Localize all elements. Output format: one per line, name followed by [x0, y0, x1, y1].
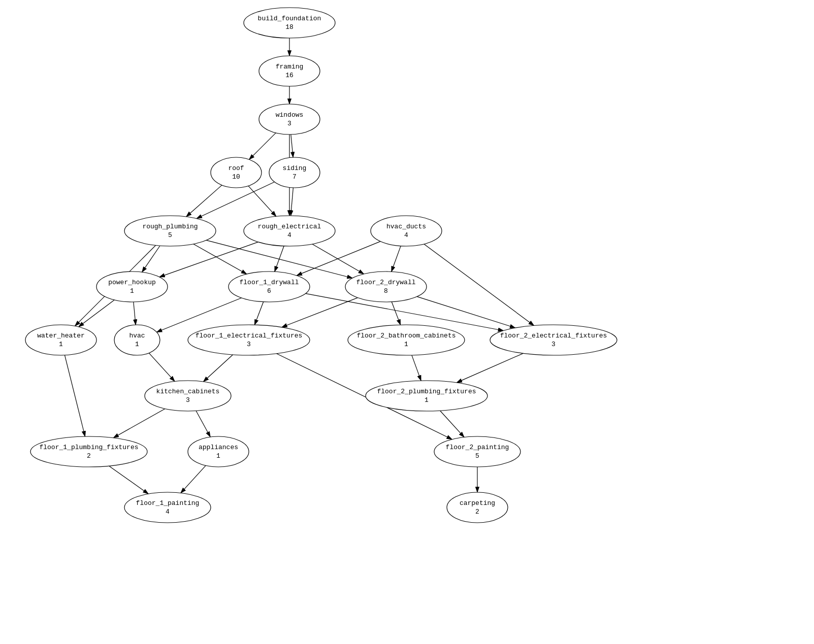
node-label-appliances: appliances [199, 444, 238, 451]
node-sublabel-floor_2_bathroom_cabinets: 1 [404, 341, 408, 348]
node-rough_plumbing: rough_plumbing5 [124, 216, 216, 246]
node-sublabel-hvac_ducts: 4 [404, 231, 408, 239]
svg-point-13 [114, 325, 160, 355]
edge-floor_2_bathroom_cabinets-floor_2_plumbing_fixtures [412, 355, 421, 381]
edge-windows-siding [291, 134, 293, 157]
node-carpeting: carpeting2 [447, 492, 508, 523]
svg-point-23 [447, 492, 508, 523]
node-kitchen_cabinets: kitchen_cabinets3 [145, 381, 231, 411]
edge-floor_2_drywall-floor_2_electrical_fixtures [417, 296, 515, 328]
node-label-hvac: hvac [129, 332, 145, 340]
node-sublabel-roof: 10 [232, 173, 240, 181]
svg-point-16 [490, 325, 617, 355]
node-floor_1_drywall: floor_1_drywall6 [229, 272, 310, 302]
edge-floor_2_plumbing_fixtures-floor_2_painting [440, 411, 464, 437]
svg-point-19 [30, 436, 147, 467]
edge-floor_1_plumbing_fixtures-floor_1_painting [109, 466, 148, 494]
svg-point-4 [211, 157, 262, 188]
edge-appliances-floor_1_painting [181, 465, 206, 493]
svg-point-9 [96, 272, 168, 302]
edge-floor_2_drywall-floor_2_bathroom_cabinets [392, 302, 400, 325]
node-sublabel-rough_plumbing: 5 [168, 231, 172, 239]
node-label-floor_1_drywall: floor_1_drywall [239, 279, 299, 286]
node-sublabel-floor_1_plumbing_fixtures: 2 [87, 452, 91, 460]
node-framing: framing16 [259, 56, 320, 86]
edge-floor_2_drywall-floor_1_electrical_fixtures [282, 298, 358, 327]
edge-windows-roof [249, 133, 276, 159]
edge-rough_electrical-floor_1_drywall [275, 246, 284, 272]
node-label-floor_2_painting: floor_2_painting [446, 444, 509, 451]
node-label-siding: siding [283, 164, 307, 172]
node-label-rough_electrical: rough_electrical [258, 223, 321, 230]
node-floor_1_electrical_fixtures: floor_1_electrical_fixtures3 [188, 325, 310, 355]
edge-roof-rough_plumbing [186, 185, 222, 217]
svg-point-22 [124, 492, 211, 523]
edge-floor_1_drywall-floor_1_electrical_fixtures [254, 302, 263, 325]
node-floor_2_painting: floor_2_painting5 [434, 436, 520, 467]
svg-point-12 [25, 325, 96, 355]
edge-rough_electrical-power_hookup [159, 242, 258, 277]
svg-point-7 [244, 216, 335, 246]
node-appliances: appliances1 [188, 436, 249, 467]
svg-point-21 [434, 436, 520, 467]
edge-power_hookup-water_heater [79, 300, 115, 327]
edge-floor_1_electrical_fixtures-kitchen_cabinets [204, 355, 233, 382]
svg-point-5 [269, 157, 320, 188]
edge-roof-rough_electrical [248, 186, 276, 216]
svg-point-10 [229, 272, 310, 302]
node-sublabel-floor_1_electrical_fixtures: 3 [247, 341, 251, 348]
dependency-graph: build_foundation18framing16windows3roof1… [0, 0, 814, 644]
node-label-floor_1_painting: floor_1_painting [136, 499, 200, 507]
node-sublabel-hvac: 1 [135, 341, 139, 348]
node-hvac_ducts: hvac_ducts4 [371, 216, 442, 246]
node-floor_2_electrical_fixtures: floor_2_electrical_fixtures3 [490, 325, 617, 355]
edge-kitchen_cabinets-appliances [196, 411, 210, 437]
node-power_hookup: power_hookup1 [96, 272, 168, 302]
node-sublabel-build_foundation: 18 [285, 23, 294, 31]
node-roof: roof10 [211, 157, 262, 188]
node-floor_1_painting: floor_1_painting4 [124, 492, 211, 523]
svg-point-17 [145, 381, 231, 411]
edge-power_hookup-hvac [134, 302, 136, 325]
node-floor_2_drywall: floor_2_drywall8 [345, 272, 427, 302]
node-label-rough_plumbing: rough_plumbing [142, 223, 198, 230]
node-label-floor_2_electrical_fixtures: floor_2_electrical_fixtures [500, 332, 607, 340]
edge-floor_2_electrical_fixtures-floor_2_plumbing_fixtures [457, 353, 523, 383]
edge-hvac_ducts-floor_2_electrical_fixtures [424, 244, 534, 325]
node-sublabel-floor_1_painting: 4 [166, 508, 170, 516]
node-rough_electrical: rough_electrical4 [244, 216, 335, 246]
node-sublabel-rough_electrical: 4 [287, 231, 291, 239]
node-label-kitchen_cabinets: kitchen_cabinets [156, 388, 220, 395]
node-sublabel-kitchen_cabinets: 3 [186, 396, 190, 404]
node-label-build_foundation: build_foundation [258, 15, 321, 22]
node-label-roof: roof [228, 164, 244, 172]
node-label-floor_2_drywall: floor_2_drywall [356, 279, 415, 286]
svg-point-20 [188, 436, 249, 467]
svg-point-6 [124, 216, 216, 246]
node-sublabel-floor_2_painting: 5 [475, 452, 479, 460]
svg-point-11 [345, 272, 427, 302]
node-sublabel-carpeting: 2 [475, 508, 479, 516]
edge-hvac_ducts-floor_2_drywall [392, 246, 401, 272]
node-sublabel-appliances: 1 [216, 452, 220, 460]
node-sublabel-framing: 16 [285, 72, 294, 79]
node-sublabel-floor_2_drywall: 8 [384, 287, 388, 295]
svg-point-2 [259, 56, 320, 86]
svg-point-1 [244, 8, 335, 38]
svg-point-3 [259, 104, 320, 134]
edge-water_heater-floor_1_plumbing_fixtures [64, 355, 85, 436]
node-floor_2_bathroom_cabinets: floor_2_bathroom_cabinets1 [348, 325, 465, 355]
edge-siding-rough_electrical [291, 188, 294, 216]
node-sublabel-water_heater: 1 [59, 341, 63, 348]
svg-point-18 [366, 381, 487, 411]
node-sublabel-power_hookup: 1 [130, 287, 134, 295]
node-windows: windows3 [259, 104, 320, 134]
node-label-carpeting: carpeting [460, 499, 495, 507]
node-sublabel-floor_2_plumbing_fixtures: 1 [425, 396, 429, 404]
edge-kitchen_cabinets-floor_1_plumbing_fixtures [113, 409, 165, 437]
node-label-hvac_ducts: hvac_ducts [386, 223, 426, 230]
edge-hvac_ducts-floor_1_drywall [297, 242, 380, 276]
svg-point-8 [371, 216, 442, 246]
node-water_heater: water_heater1 [25, 325, 96, 355]
node-label-floor_1_electrical_fixtures: floor_1_electrical_fixtures [196, 332, 303, 340]
